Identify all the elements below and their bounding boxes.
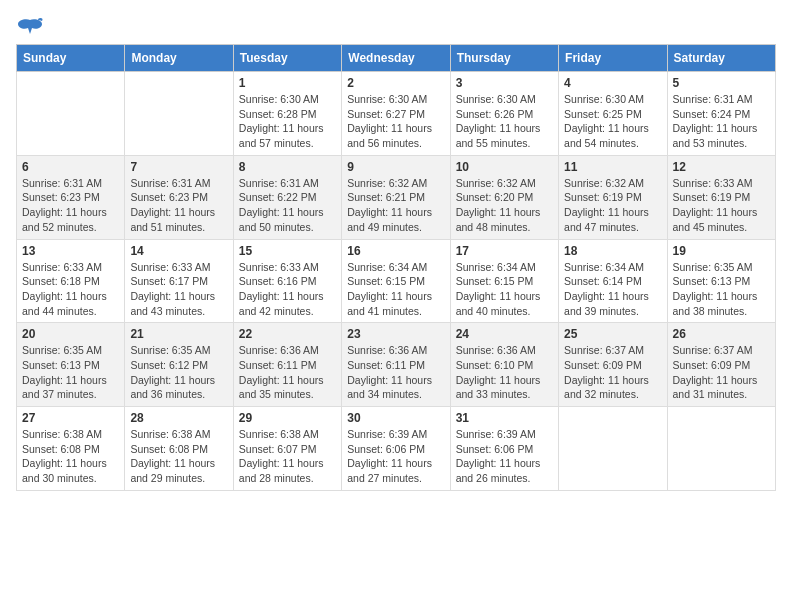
day-number: 14 bbox=[130, 244, 227, 258]
day-info: Sunrise: 6:31 AM Sunset: 6:23 PM Dayligh… bbox=[130, 176, 227, 235]
day-number: 30 bbox=[347, 411, 444, 425]
day-cell: 15Sunrise: 6:33 AM Sunset: 6:16 PM Dayli… bbox=[233, 239, 341, 323]
day-info: Sunrise: 6:37 AM Sunset: 6:09 PM Dayligh… bbox=[564, 343, 661, 402]
day-cell bbox=[559, 407, 667, 491]
header-cell-sunday: Sunday bbox=[17, 45, 125, 72]
day-info: Sunrise: 6:30 AM Sunset: 6:26 PM Dayligh… bbox=[456, 92, 553, 151]
day-info: Sunrise: 6:31 AM Sunset: 6:22 PM Dayligh… bbox=[239, 176, 336, 235]
day-info: Sunrise: 6:39 AM Sunset: 6:06 PM Dayligh… bbox=[456, 427, 553, 486]
day-number: 5 bbox=[673, 76, 770, 90]
day-number: 1 bbox=[239, 76, 336, 90]
day-info: Sunrise: 6:37 AM Sunset: 6:09 PM Dayligh… bbox=[673, 343, 770, 402]
day-cell: 1Sunrise: 6:30 AM Sunset: 6:28 PM Daylig… bbox=[233, 72, 341, 156]
day-number: 25 bbox=[564, 327, 661, 341]
header-cell-monday: Monday bbox=[125, 45, 233, 72]
day-cell: 30Sunrise: 6:39 AM Sunset: 6:06 PM Dayli… bbox=[342, 407, 450, 491]
day-info: Sunrise: 6:38 AM Sunset: 6:07 PM Dayligh… bbox=[239, 427, 336, 486]
day-cell: 19Sunrise: 6:35 AM Sunset: 6:13 PM Dayli… bbox=[667, 239, 775, 323]
calendar-table: SundayMondayTuesdayWednesdayThursdayFrid… bbox=[16, 44, 776, 491]
day-info: Sunrise: 6:33 AM Sunset: 6:19 PM Dayligh… bbox=[673, 176, 770, 235]
day-number: 28 bbox=[130, 411, 227, 425]
day-cell: 17Sunrise: 6:34 AM Sunset: 6:15 PM Dayli… bbox=[450, 239, 558, 323]
day-cell: 12Sunrise: 6:33 AM Sunset: 6:19 PM Dayli… bbox=[667, 155, 775, 239]
week-row-3: 13Sunrise: 6:33 AM Sunset: 6:18 PM Dayli… bbox=[17, 239, 776, 323]
day-cell bbox=[667, 407, 775, 491]
day-number: 3 bbox=[456, 76, 553, 90]
day-number: 23 bbox=[347, 327, 444, 341]
day-info: Sunrise: 6:31 AM Sunset: 6:24 PM Dayligh… bbox=[673, 92, 770, 151]
day-cell: 27Sunrise: 6:38 AM Sunset: 6:08 PM Dayli… bbox=[17, 407, 125, 491]
day-cell: 11Sunrise: 6:32 AM Sunset: 6:19 PM Dayli… bbox=[559, 155, 667, 239]
day-info: Sunrise: 6:36 AM Sunset: 6:11 PM Dayligh… bbox=[347, 343, 444, 402]
day-number: 10 bbox=[456, 160, 553, 174]
day-cell: 26Sunrise: 6:37 AM Sunset: 6:09 PM Dayli… bbox=[667, 323, 775, 407]
day-number: 20 bbox=[22, 327, 119, 341]
day-number: 13 bbox=[22, 244, 119, 258]
day-cell: 3Sunrise: 6:30 AM Sunset: 6:26 PM Daylig… bbox=[450, 72, 558, 156]
day-number: 19 bbox=[673, 244, 770, 258]
day-info: Sunrise: 6:38 AM Sunset: 6:08 PM Dayligh… bbox=[130, 427, 227, 486]
day-cell: 14Sunrise: 6:33 AM Sunset: 6:17 PM Dayli… bbox=[125, 239, 233, 323]
day-cell: 7Sunrise: 6:31 AM Sunset: 6:23 PM Daylig… bbox=[125, 155, 233, 239]
day-number: 26 bbox=[673, 327, 770, 341]
day-cell: 4Sunrise: 6:30 AM Sunset: 6:25 PM Daylig… bbox=[559, 72, 667, 156]
day-number: 6 bbox=[22, 160, 119, 174]
day-number: 18 bbox=[564, 244, 661, 258]
day-number: 9 bbox=[347, 160, 444, 174]
day-info: Sunrise: 6:30 AM Sunset: 6:28 PM Dayligh… bbox=[239, 92, 336, 151]
day-cell: 23Sunrise: 6:36 AM Sunset: 6:11 PM Dayli… bbox=[342, 323, 450, 407]
day-info: Sunrise: 6:34 AM Sunset: 6:14 PM Dayligh… bbox=[564, 260, 661, 319]
header-cell-tuesday: Tuesday bbox=[233, 45, 341, 72]
day-info: Sunrise: 6:36 AM Sunset: 6:10 PM Dayligh… bbox=[456, 343, 553, 402]
week-row-1: 1Sunrise: 6:30 AM Sunset: 6:28 PM Daylig… bbox=[17, 72, 776, 156]
day-number: 21 bbox=[130, 327, 227, 341]
day-number: 16 bbox=[347, 244, 444, 258]
day-info: Sunrise: 6:32 AM Sunset: 6:19 PM Dayligh… bbox=[564, 176, 661, 235]
day-cell: 25Sunrise: 6:37 AM Sunset: 6:09 PM Dayli… bbox=[559, 323, 667, 407]
day-cell bbox=[125, 72, 233, 156]
day-info: Sunrise: 6:39 AM Sunset: 6:06 PM Dayligh… bbox=[347, 427, 444, 486]
day-info: Sunrise: 6:30 AM Sunset: 6:27 PM Dayligh… bbox=[347, 92, 444, 151]
header-cell-wednesday: Wednesday bbox=[342, 45, 450, 72]
header-cell-saturday: Saturday bbox=[667, 45, 775, 72]
day-info: Sunrise: 6:35 AM Sunset: 6:13 PM Dayligh… bbox=[673, 260, 770, 319]
day-cell: 5Sunrise: 6:31 AM Sunset: 6:24 PM Daylig… bbox=[667, 72, 775, 156]
day-info: Sunrise: 6:32 AM Sunset: 6:20 PM Dayligh… bbox=[456, 176, 553, 235]
day-info: Sunrise: 6:34 AM Sunset: 6:15 PM Dayligh… bbox=[347, 260, 444, 319]
day-number: 31 bbox=[456, 411, 553, 425]
logo-icon bbox=[16, 16, 44, 40]
day-number: 24 bbox=[456, 327, 553, 341]
header-cell-thursday: Thursday bbox=[450, 45, 558, 72]
day-number: 8 bbox=[239, 160, 336, 174]
day-info: Sunrise: 6:35 AM Sunset: 6:12 PM Dayligh… bbox=[130, 343, 227, 402]
day-cell: 2Sunrise: 6:30 AM Sunset: 6:27 PM Daylig… bbox=[342, 72, 450, 156]
day-cell: 22Sunrise: 6:36 AM Sunset: 6:11 PM Dayli… bbox=[233, 323, 341, 407]
day-cell: 31Sunrise: 6:39 AM Sunset: 6:06 PM Dayli… bbox=[450, 407, 558, 491]
day-cell: 6Sunrise: 6:31 AM Sunset: 6:23 PM Daylig… bbox=[17, 155, 125, 239]
day-cell: 24Sunrise: 6:36 AM Sunset: 6:10 PM Dayli… bbox=[450, 323, 558, 407]
header-cell-friday: Friday bbox=[559, 45, 667, 72]
page-header bbox=[16, 16, 776, 40]
day-cell: 9Sunrise: 6:32 AM Sunset: 6:21 PM Daylig… bbox=[342, 155, 450, 239]
day-info: Sunrise: 6:36 AM Sunset: 6:11 PM Dayligh… bbox=[239, 343, 336, 402]
day-number: 11 bbox=[564, 160, 661, 174]
day-info: Sunrise: 6:32 AM Sunset: 6:21 PM Dayligh… bbox=[347, 176, 444, 235]
day-cell: 29Sunrise: 6:38 AM Sunset: 6:07 PM Dayli… bbox=[233, 407, 341, 491]
day-number: 22 bbox=[239, 327, 336, 341]
calendar-header-row: SundayMondayTuesdayWednesdayThursdayFrid… bbox=[17, 45, 776, 72]
day-number: 29 bbox=[239, 411, 336, 425]
day-info: Sunrise: 6:33 AM Sunset: 6:17 PM Dayligh… bbox=[130, 260, 227, 319]
day-info: Sunrise: 6:30 AM Sunset: 6:25 PM Dayligh… bbox=[564, 92, 661, 151]
day-info: Sunrise: 6:38 AM Sunset: 6:08 PM Dayligh… bbox=[22, 427, 119, 486]
day-number: 12 bbox=[673, 160, 770, 174]
week-row-4: 20Sunrise: 6:35 AM Sunset: 6:13 PM Dayli… bbox=[17, 323, 776, 407]
day-info: Sunrise: 6:34 AM Sunset: 6:15 PM Dayligh… bbox=[456, 260, 553, 319]
logo bbox=[16, 16, 48, 40]
day-info: Sunrise: 6:35 AM Sunset: 6:13 PM Dayligh… bbox=[22, 343, 119, 402]
day-number: 2 bbox=[347, 76, 444, 90]
day-number: 17 bbox=[456, 244, 553, 258]
day-info: Sunrise: 6:33 AM Sunset: 6:16 PM Dayligh… bbox=[239, 260, 336, 319]
day-cell: 21Sunrise: 6:35 AM Sunset: 6:12 PM Dayli… bbox=[125, 323, 233, 407]
day-cell: 28Sunrise: 6:38 AM Sunset: 6:08 PM Dayli… bbox=[125, 407, 233, 491]
week-row-2: 6Sunrise: 6:31 AM Sunset: 6:23 PM Daylig… bbox=[17, 155, 776, 239]
